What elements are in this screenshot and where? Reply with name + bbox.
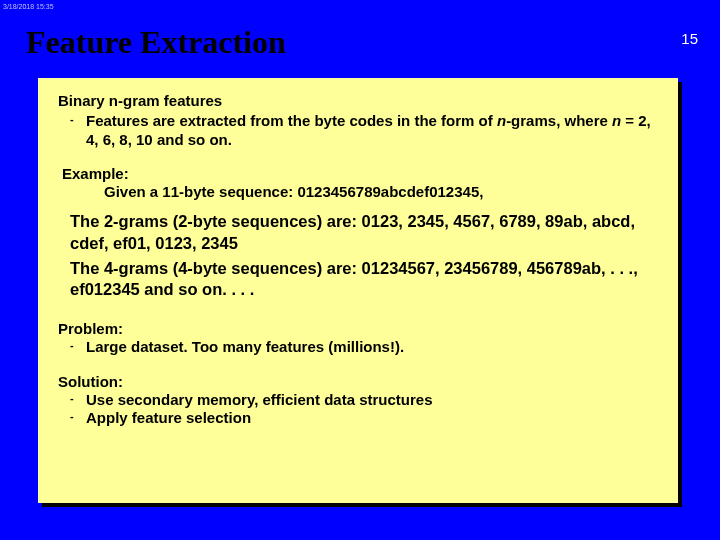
problem-label: Problem: [58, 320, 658, 338]
bullet-n2: n [612, 112, 621, 129]
problem-bullet-text: Large dataset. Too many features (millio… [86, 338, 404, 355]
solution-bullet-1: - Use secondary memory, efficient data s… [58, 391, 658, 409]
bullet-dash-icon: - [70, 113, 74, 126]
example-label: Example: [62, 165, 658, 183]
content-card: Binary n-gram features - Features are ex… [38, 78, 678, 503]
bullet-text-pre: Features are extracted from the byte cod… [86, 112, 497, 129]
solution-bullet-1-text: Use secondary memory, efficient data str… [86, 391, 433, 408]
bullet-dash-icon: - [70, 392, 74, 405]
bullet-dash-icon: - [70, 410, 74, 423]
example-text: Given a 11-byte sequence: 0123456789abcd… [62, 183, 658, 201]
section-heading-binary-ngram: Binary n-gram features [58, 92, 658, 110]
two-grams-label: The 2-grams (2-byte sequences) are: [70, 212, 362, 230]
solution-bullet-2: - Apply feature selection [58, 409, 658, 427]
two-grams-block: The 2-grams (2-byte sequences) are: 0123… [70, 211, 658, 253]
page-number: 15 [681, 30, 698, 47]
solution-label: Solution: [58, 373, 658, 391]
four-grams-block: The 4-grams (4-byte sequences) are: 0123… [70, 258, 658, 300]
bullet-text-mid1: -grams, where [506, 112, 612, 129]
four-grams-label: The 4-grams (4-byte sequences) are: [70, 259, 362, 277]
problem-bullet: - Large dataset. Too many features (mill… [58, 338, 658, 356]
timestamp: 3/18/2018 15:35 [3, 3, 54, 10]
page-title: Feature Extraction [26, 24, 286, 61]
solution-bullet-2-text: Apply feature selection [86, 409, 251, 426]
bullet-dash-icon: - [70, 339, 74, 352]
bullet-n1: n [497, 112, 506, 129]
binary-ngram-bullet: - Features are extracted from the byte c… [58, 112, 658, 149]
